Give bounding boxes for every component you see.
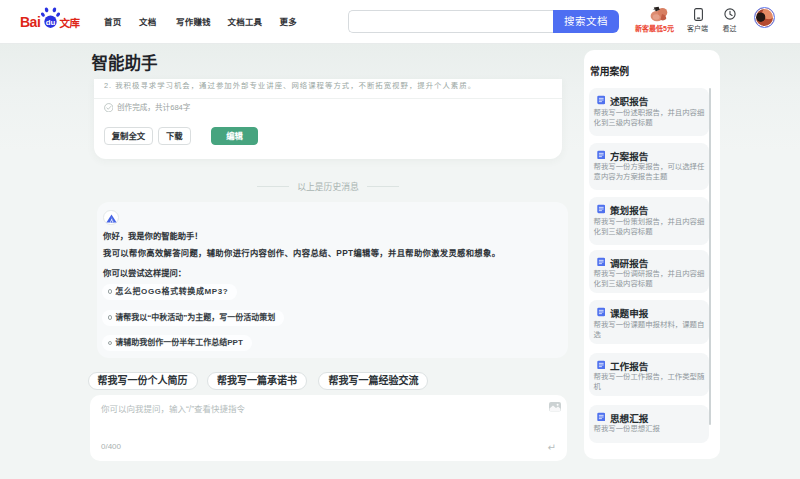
svg-text:du: du [46,18,56,27]
